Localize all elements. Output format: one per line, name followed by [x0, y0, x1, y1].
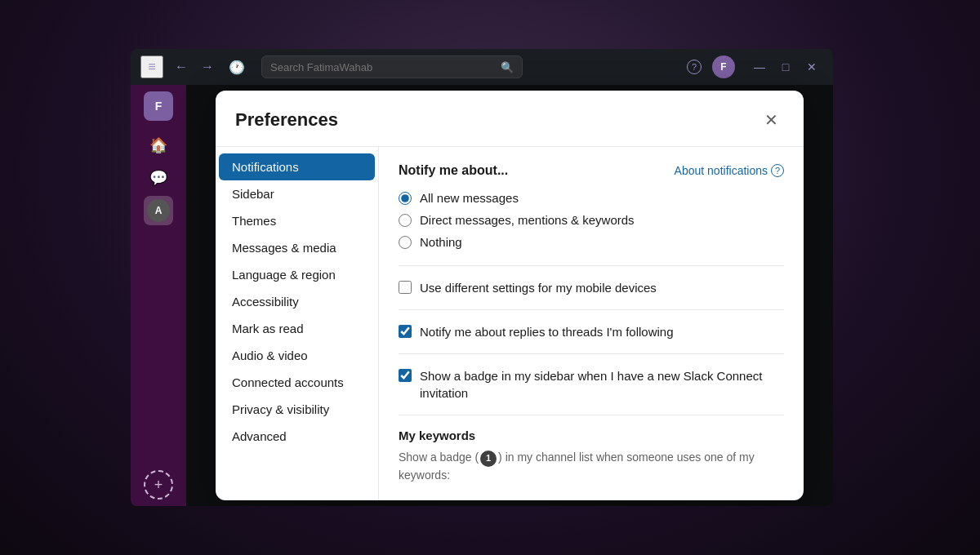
preferences-modal: Preferences ✕ Notifications Sidebar Them…: [216, 91, 804, 500]
about-notifications-help-icon: ?: [771, 164, 784, 177]
modal-body: Notifications Sidebar Themes Messages & …: [216, 147, 804, 500]
checkbox-slack-connect-label: Show a badge in my sidebar when I have a…: [420, 367, 784, 402]
help-icon: ?: [687, 60, 702, 74]
nav-item-notifications[interactable]: Notifications: [219, 153, 375, 180]
checkbox-mobile-devices-input[interactable]: [399, 281, 412, 294]
divider-2: [399, 309, 784, 310]
divider-4: [399, 415, 784, 415]
nav-item-connected[interactable]: Connected accounts: [219, 369, 375, 396]
keywords-desc-before: Show a badge (: [399, 451, 479, 464]
app-body: F 🏠 💬 A + Preferences ✕: [131, 85, 833, 506]
modal-overlay: Preferences ✕ Notifications Sidebar Them…: [186, 85, 833, 506]
radio-nothing[interactable]: Nothing: [399, 235, 784, 249]
close-button[interactable]: ✕: [800, 56, 823, 78]
nav-item-audio[interactable]: Audio & video: [219, 342, 375, 369]
user-avatar-small: A: [147, 199, 170, 222]
search-icon: 🔍: [501, 61, 514, 73]
keywords-title: My keywords: [399, 428, 784, 442]
modal-title: Preferences: [235, 109, 338, 131]
radio-all-messages-label: All new messages: [420, 191, 519, 205]
nav-item-messages[interactable]: Messages & media: [219, 234, 375, 261]
menu-icon[interactable]: ≡: [140, 56, 163, 78]
window-controls: — □ ✕: [748, 56, 823, 78]
app-window: ≡ ← → 🕐 🔍 ? F — □ ✕ F 🏠 💬: [131, 49, 833, 506]
checkbox-thread-replies[interactable]: Notify me about replies to threads I'm f…: [399, 323, 784, 340]
keywords-badge: 1: [480, 451, 497, 467]
add-workspace-button[interactable]: +: [144, 470, 173, 500]
nav-item-sidebar[interactable]: Sidebar: [219, 180, 375, 207]
section-header: Notify me about... About notifications ?: [399, 163, 784, 178]
keywords-section: My keywords Show a badge (1) in my chann…: [399, 428, 784, 483]
radio-all-messages[interactable]: All new messages: [399, 191, 784, 205]
nav-item-language[interactable]: Language & region: [219, 261, 375, 288]
history-button[interactable]: 🕐: [225, 56, 248, 78]
radio-direct-messages-input[interactable]: [399, 214, 412, 227]
workspace-avatar[interactable]: F: [144, 91, 173, 121]
sidebar-icon-dm[interactable]: 💬: [144, 163, 173, 193]
maximize-button[interactable]: □: [774, 56, 797, 78]
checkbox-mobile-devices-label: Use different settings for my mobile dev…: [420, 279, 657, 296]
nav-item-privacy[interactable]: Privacy & visibility: [219, 396, 375, 423]
keywords-description: Show a badge (1) in my channel list when…: [399, 449, 784, 483]
preferences-content: Notify me about... About notifications ?: [379, 147, 804, 500]
radio-nothing-input[interactable]: [399, 236, 412, 249]
checkbox-slack-connect[interactable]: Show a badge in my sidebar when I have a…: [399, 367, 784, 402]
title-bar-right: ? F — □ ✕: [683, 56, 823, 78]
search-input[interactable]: [270, 61, 501, 73]
modal-header: Preferences ✕: [216, 91, 804, 147]
about-notifications-link[interactable]: About notifications ?: [675, 164, 784, 177]
modal-close-button[interactable]: ✕: [758, 107, 784, 133]
notify-radio-group: All new messages Direct messages, mentio…: [399, 191, 784, 249]
avatar[interactable]: F: [712, 56, 735, 78]
section-title: Notify me about...: [399, 163, 508, 178]
checkbox-mobile-devices[interactable]: Use different settings for my mobile dev…: [399, 279, 784, 296]
checkbox-slack-connect-input[interactable]: [399, 369, 412, 382]
forward-button[interactable]: →: [196, 56, 219, 78]
radio-nothing-label: Nothing: [420, 235, 462, 249]
help-button[interactable]: ?: [683, 56, 706, 78]
main-content: Preferences ✕ Notifications Sidebar Them…: [186, 85, 833, 506]
back-button[interactable]: ←: [170, 56, 193, 78]
search-bar: 🔍: [261, 56, 523, 78]
divider-1: [399, 265, 784, 266]
divider-3: [399, 353, 784, 354]
nav-buttons: ← →: [170, 56, 219, 78]
nav-item-advanced[interactable]: Advanced: [219, 423, 375, 450]
radio-all-messages-input[interactable]: [399, 192, 412, 205]
sidebar-icon-home[interactable]: 🏠: [144, 131, 173, 160]
radio-direct-messages[interactable]: Direct messages, mentions & keywords: [399, 213, 784, 227]
radio-direct-messages-label: Direct messages, mentions & keywords: [420, 213, 635, 227]
minimize-button[interactable]: —: [748, 56, 771, 78]
nav-item-markasread[interactable]: Mark as read: [219, 315, 375, 342]
nav-item-accessibility[interactable]: Accessibility: [219, 288, 375, 315]
icon-sidebar: F 🏠 💬 A +: [131, 85, 186, 506]
checkbox-thread-replies-label: Notify me about replies to threads I'm f…: [420, 323, 674, 340]
sidebar-icon-user[interactable]: A: [144, 196, 173, 225]
about-notifications-text: About notifications: [675, 164, 768, 177]
nav-item-themes[interactable]: Themes: [219, 207, 375, 234]
title-bar: ≡ ← → 🕐 🔍 ? F — □ ✕: [131, 49, 833, 85]
checkbox-thread-replies-input[interactable]: [399, 325, 412, 338]
preferences-nav: Notifications Sidebar Themes Messages & …: [216, 147, 379, 500]
